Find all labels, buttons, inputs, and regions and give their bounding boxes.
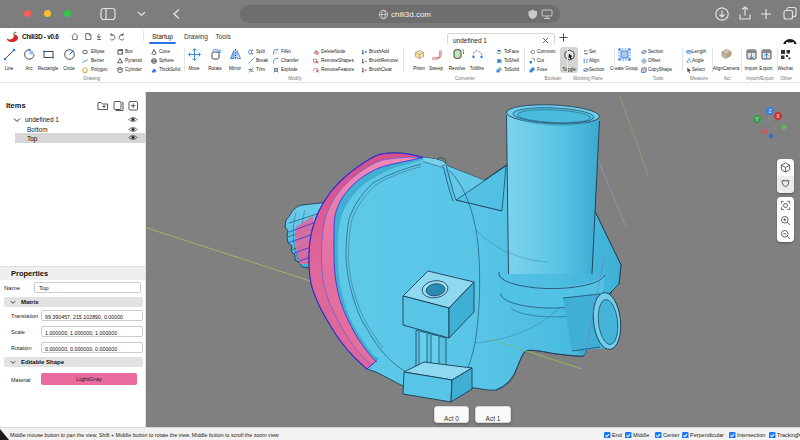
svg-text:Z: Z bbox=[769, 109, 772, 114]
svg-text:Y: Y bbox=[755, 117, 758, 122]
svg-text:X: X bbox=[776, 114, 779, 119]
